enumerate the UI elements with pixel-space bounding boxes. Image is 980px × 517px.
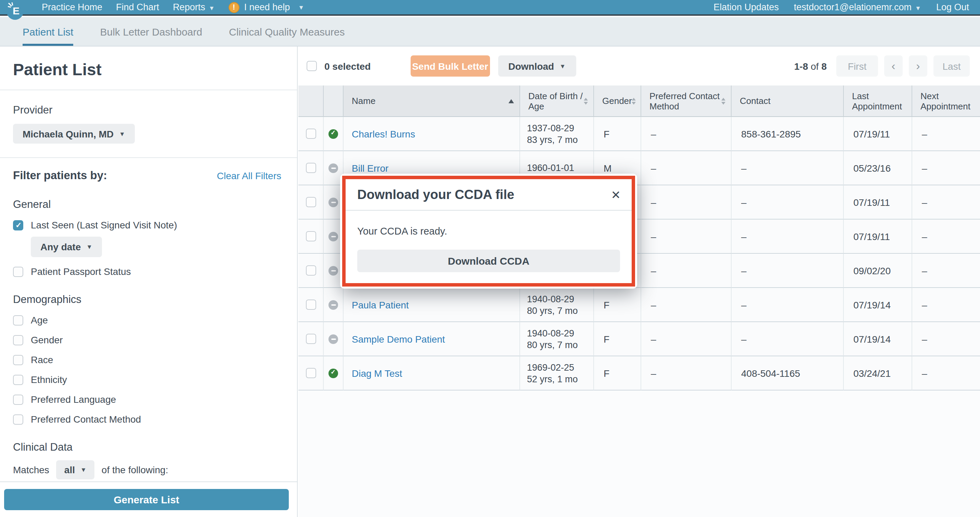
nav-help[interactable]: ! I need help ▼ xyxy=(229,2,304,13)
next-appointment-cell: – xyxy=(912,288,980,322)
gender-cell: F xyxy=(594,117,641,151)
checkbox-icon xyxy=(13,374,23,385)
logo-rays-icon xyxy=(8,2,16,10)
name-cell: Sample Demo Patient xyxy=(344,322,520,356)
last-appointment-cell: 07/19/11 xyxy=(844,117,912,151)
dob-value: 1937-08-29 xyxy=(527,122,574,134)
sort-icon xyxy=(632,97,636,104)
filter-preferred-contact-method[interactable]: Preferred Contact Method xyxy=(13,414,281,425)
last-appointment-cell: 03/24/21 xyxy=(844,356,912,390)
checkbox-icon xyxy=(13,414,23,424)
contact-cell: – xyxy=(732,254,844,288)
filter-race[interactable]: Race xyxy=(13,354,281,365)
preferred-contact-cell: – xyxy=(641,356,732,390)
filter-label: Race xyxy=(31,354,53,365)
tab-bulk-letter-dashboard[interactable]: Bulk Letter Dashboard xyxy=(100,17,202,46)
filter-preferred-language[interactable]: Preferred Language xyxy=(13,394,281,405)
section-clinical-data: Clinical Data xyxy=(13,441,281,454)
filter-last-seen-label: Last Seen (Last Signed Visit Note) xyxy=(31,219,177,230)
preferred-contact-cell: – xyxy=(641,186,732,219)
status-icon xyxy=(328,300,338,309)
nav-account-email: testdoctor1@elationemr.com xyxy=(794,2,912,12)
preferred-contact-cell: – xyxy=(641,117,732,151)
divider xyxy=(0,90,297,90)
elation-logo[interactable]: E xyxy=(6,0,24,20)
header-gender[interactable]: Gender xyxy=(594,86,641,117)
next-appointment-cell: – xyxy=(912,219,980,254)
patient-name-link[interactable]: Charles! Burns xyxy=(352,128,415,139)
header-name[interactable]: Name xyxy=(344,86,520,117)
send-bulk-letter-button[interactable]: Send Bulk Letter xyxy=(410,56,490,76)
pagination-first-button[interactable]: First xyxy=(836,56,878,76)
nav-reports[interactable]: Reports▼ xyxy=(173,2,215,12)
next-appointment-cell: – xyxy=(912,151,980,186)
header-preferred-contact[interactable]: Preferred Contact Method xyxy=(641,86,732,117)
patient-name-link[interactable]: Bill Error xyxy=(352,162,388,173)
any-date-dropdown[interactable]: Any date ▼ xyxy=(31,236,102,257)
tab-clinical-quality-measures[interactable]: Clinical Quality Measures xyxy=(229,17,345,46)
status-icon xyxy=(328,197,338,207)
row-checkbox[interactable] xyxy=(305,300,316,310)
nav-elation-updates[interactable]: Elation Updates xyxy=(713,2,779,12)
dob-age-cell: 1940-08-2980 yrs, 7 mo xyxy=(520,288,594,322)
generate-list-button[interactable]: Generate List xyxy=(4,489,289,510)
preferred-contact-cell: – xyxy=(641,254,732,288)
table-row: Paula Patient 1940-08-2980 yrs, 7 mo F –… xyxy=(298,288,980,322)
row-checkbox-cell xyxy=(298,288,324,322)
matches-dropdown[interactable]: all ▼ xyxy=(56,460,95,479)
download-ccda-button[interactable]: Download CCDA xyxy=(357,250,620,272)
nav-account-menu[interactable]: testdoctor1@elationemr.com▼ xyxy=(794,2,921,12)
row-checkbox[interactable] xyxy=(305,334,316,344)
nav-practice-home[interactable]: Practice Home xyxy=(42,2,102,12)
row-checkbox-cell xyxy=(298,356,324,390)
row-checkbox[interactable] xyxy=(305,128,316,139)
patient-name-link[interactable]: Sample Demo Patient xyxy=(352,333,445,344)
preferred-contact-cell: – xyxy=(641,219,732,254)
header-name-label: Name xyxy=(352,96,375,106)
divider xyxy=(0,157,297,158)
patient-name-link[interactable]: Diag M Test xyxy=(352,368,402,379)
row-checkbox[interactable] xyxy=(305,368,316,378)
checkbox-icon xyxy=(13,355,23,365)
last-appointment-cell: 07/19/14 xyxy=(844,322,912,356)
row-checkbox-cell xyxy=(298,186,324,219)
header-gender-label: Gender xyxy=(602,96,632,106)
pagination-range: 1-8 of 8 xyxy=(794,60,827,71)
clear-all-filters-link[interactable]: Clear All Filters xyxy=(217,170,281,181)
sort-asc-icon xyxy=(509,99,514,103)
next-appointment-cell: – xyxy=(912,254,980,288)
gender-cell: F xyxy=(594,288,641,322)
provider-dropdown[interactable]: Michaela Quinn, MD ▼ xyxy=(13,124,135,144)
row-checkbox[interactable] xyxy=(305,231,316,241)
pagination-next-button[interactable]: › xyxy=(909,56,927,76)
row-checkbox[interactable] xyxy=(305,197,316,207)
filter-patient-passport[interactable]: Patient Passport Status xyxy=(13,266,281,277)
close-icon[interactable]: ✕ xyxy=(611,189,621,201)
filter-age[interactable]: Age xyxy=(13,315,281,325)
header-dob-age[interactable]: Date of Birth / Age xyxy=(520,86,594,117)
filter-gender[interactable]: Gender xyxy=(13,335,281,345)
filter-ethnicity[interactable]: Ethnicity xyxy=(13,374,281,385)
dob-value: 1940-08-29 xyxy=(527,327,574,339)
matches-value: all xyxy=(64,464,75,475)
patient-name-link[interactable]: Paula Patient xyxy=(352,299,409,310)
age-value: 80 yrs, 7 mo xyxy=(527,339,578,350)
row-checkbox[interactable] xyxy=(305,163,316,173)
nav-find-chart[interactable]: Find Chart xyxy=(116,2,159,12)
filter-label: Ethnicity xyxy=(31,374,67,385)
name-cell: Charles! Burns xyxy=(344,117,520,151)
filter-last-seen[interactable]: Last Seen (Last Signed Visit Note) xyxy=(13,219,281,230)
matches-suffix: of the following: xyxy=(102,464,169,475)
checkbox-icon xyxy=(13,315,23,325)
checkbox-icon xyxy=(13,394,23,404)
age-value: 83 yrs, 7 mo xyxy=(527,134,578,145)
modal-title: Download your CCDA file xyxy=(357,187,514,202)
nav-log-out[interactable]: Log Out xyxy=(936,2,969,12)
tab-patient-list[interactable]: Patient List xyxy=(22,17,73,46)
sort-icon xyxy=(721,97,725,104)
download-dropdown-button[interactable]: Download ▼ xyxy=(498,56,576,76)
pagination-last-button[interactable]: Last xyxy=(934,56,970,76)
pagination-prev-button[interactable]: ‹ xyxy=(884,56,903,76)
row-checkbox[interactable] xyxy=(305,265,316,276)
select-all-checkbox[interactable] xyxy=(307,61,317,71)
